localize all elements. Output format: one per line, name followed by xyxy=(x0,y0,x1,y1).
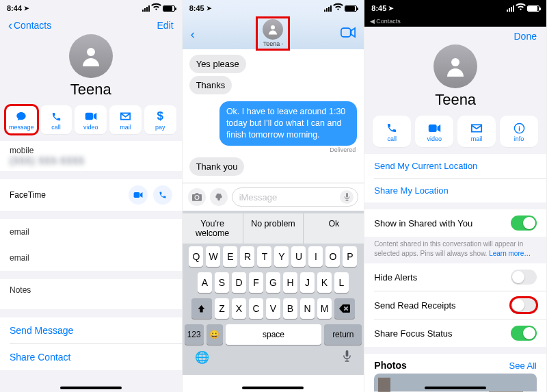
mic-key[interactable] xyxy=(343,350,351,365)
svg-point-7 xyxy=(451,58,459,66)
key-f[interactable]: F xyxy=(249,272,263,293)
globe-key[interactable]: 🌐 xyxy=(195,350,209,365)
key-c[interactable]: C xyxy=(249,298,263,319)
key-t[interactable]: T xyxy=(257,246,271,267)
key-m[interactable]: M xyxy=(317,298,332,319)
send-message-link[interactable]: Send Message xyxy=(0,317,182,343)
back-button[interactable]: ‹Contacts xyxy=(8,19,51,31)
backspace-key[interactable] xyxy=(334,298,355,319)
key-n[interactable]: N xyxy=(300,298,315,319)
key-e[interactable]: E xyxy=(223,246,237,267)
share-location-link[interactable]: Share My Location xyxy=(364,179,546,202)
email-row-1[interactable]: email xyxy=(0,219,182,245)
done-button[interactable]: Done xyxy=(514,31,537,42)
pay-button[interactable]: $pay xyxy=(144,105,176,134)
svg-point-3 xyxy=(271,25,275,29)
space-key[interactable]: space xyxy=(226,324,322,345)
send-location-link[interactable]: Send My Current Location xyxy=(364,154,546,178)
key-y[interactable]: Y xyxy=(274,246,289,267)
read-receipts-toggle[interactable] xyxy=(511,298,537,313)
apps-button[interactable] xyxy=(210,188,228,206)
incoming-message[interactable]: Thanks xyxy=(189,76,232,94)
home-indicator[interactable] xyxy=(60,387,122,389)
avatar xyxy=(433,44,477,88)
facetime-audio-button[interactable] xyxy=(153,185,172,205)
key-l[interactable]: L xyxy=(334,272,349,293)
shared-toggle[interactable] xyxy=(511,215,537,231)
incoming-message[interactable]: Thank you xyxy=(189,157,245,176)
video-button[interactable]: video xyxy=(75,105,107,134)
key-u[interactable]: U xyxy=(291,246,306,267)
email-row-2[interactable]: email xyxy=(0,245,182,271)
breadcrumb[interactable]: ◀Contacts xyxy=(364,16,546,27)
facetime-video-button[interactable] xyxy=(129,185,148,205)
notes-section: Notes xyxy=(0,279,182,309)
edit-button[interactable]: Edit xyxy=(157,20,174,31)
key-z[interactable]: Z xyxy=(215,298,229,319)
prediction[interactable]: Ok xyxy=(304,213,364,244)
video-button[interactable]: video xyxy=(415,116,453,147)
key-i[interactable]: I xyxy=(308,246,323,267)
status-bar: 8:44➤ xyxy=(0,0,182,16)
notes-label: Notes xyxy=(10,285,31,295)
share-contact-link[interactable]: Share Contact xyxy=(0,344,182,370)
row-label: Share Focus Status xyxy=(374,328,452,339)
camera-button[interactable] xyxy=(188,188,206,206)
key-g[interactable]: G xyxy=(266,272,280,293)
prediction[interactable]: You're welcome xyxy=(183,213,243,244)
message-button[interactable]: message xyxy=(5,105,38,134)
mobile-row[interactable]: mobile (555) 555-5555 xyxy=(0,141,182,171)
info-button[interactable]: info xyxy=(500,116,538,147)
shift-key[interactable] xyxy=(191,298,212,319)
key-d[interactable]: D xyxy=(232,272,246,293)
hide-alerts-toggle[interactable] xyxy=(511,270,537,285)
key-q[interactable]: Q xyxy=(189,246,203,267)
back-button[interactable]: ‹ xyxy=(191,28,195,40)
incoming-message[interactable]: Yes please xyxy=(189,55,246,73)
keyboard: You're welcome No problem Ok QWERTYUIOP … xyxy=(183,211,364,375)
outgoing-message[interactable]: Ok. I have to leave around 1:30 today bu… xyxy=(219,101,357,146)
keyboard-footer: 🌐 xyxy=(183,348,364,375)
return-key[interactable]: return xyxy=(324,324,362,345)
key-h[interactable]: H xyxy=(283,272,297,293)
key-p[interactable]: P xyxy=(343,246,357,267)
status-time: 8:44 xyxy=(7,4,22,12)
mail-button[interactable]: mail xyxy=(457,116,496,147)
call-button[interactable]: call xyxy=(373,116,411,147)
facetime-button[interactable] xyxy=(341,27,356,41)
mobile-label: mobile xyxy=(10,146,172,155)
key-w[interactable]: W xyxy=(206,246,220,267)
key-s[interactable]: S xyxy=(215,272,229,293)
key-r[interactable]: R xyxy=(240,246,254,267)
key-o[interactable]: O xyxy=(325,246,340,267)
key-j[interactable]: J xyxy=(300,272,315,293)
message-list[interactable]: Yes please Thanks Ok. I have to leave ar… xyxy=(183,49,364,183)
contact-header[interactable]: Teena › xyxy=(257,18,289,49)
focus-toggle[interactable] xyxy=(511,326,537,341)
key-x[interactable]: X xyxy=(232,298,246,319)
key-v[interactable]: V xyxy=(266,298,280,319)
home-indicator[interactable] xyxy=(242,387,304,389)
emoji-key[interactable]: 😀 xyxy=(206,324,223,345)
see-all-link[interactable]: See All xyxy=(509,361,536,371)
cellular-icon xyxy=(507,5,514,12)
action-label: info xyxy=(514,135,524,142)
key-k[interactable]: K xyxy=(317,272,332,293)
numbers-key[interactable]: 123 xyxy=(185,324,204,345)
home-indicator[interactable] xyxy=(425,387,486,389)
key-a[interactable]: A xyxy=(198,272,212,293)
call-button[interactable]: call xyxy=(40,105,72,134)
prediction[interactable]: No problem xyxy=(243,213,304,244)
action-label: mail xyxy=(471,135,483,142)
mail-button[interactable]: mail xyxy=(109,105,142,134)
person-icon xyxy=(443,54,468,79)
wifi-icon xyxy=(152,4,161,12)
location-icon: ➤ xyxy=(24,5,29,12)
notes-row[interactable]: Notes xyxy=(0,279,182,309)
key-b[interactable]: B xyxy=(283,298,297,319)
message-input[interactable]: iMessage xyxy=(232,187,359,207)
learn-more-link[interactable]: Learn more… xyxy=(489,250,531,257)
dictate-button[interactable] xyxy=(340,190,353,204)
battery-icon xyxy=(345,5,357,12)
facetime-section: FaceTime xyxy=(0,179,182,211)
